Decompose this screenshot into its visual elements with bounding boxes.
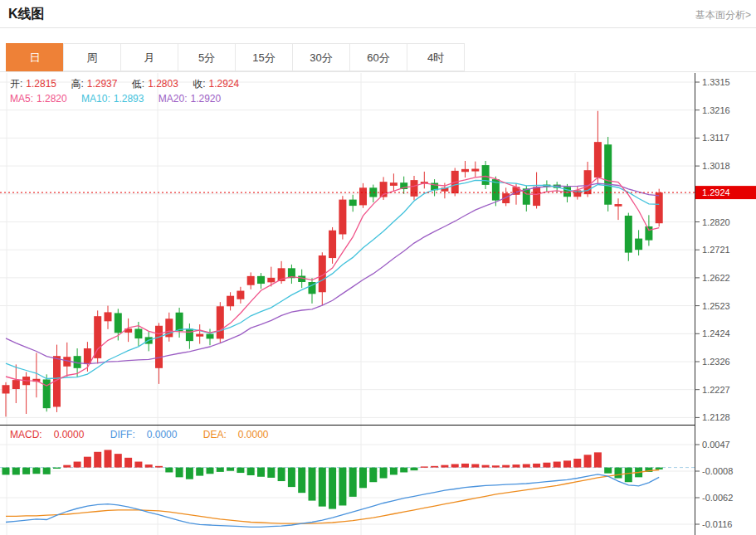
- price-axis-labels: 1.33151.32161.31171.30181.28201.27211.26…: [695, 77, 730, 422]
- tabs-underline: [0, 71, 756, 72]
- macd-chart[interactable]: 0.0047-0.0008-0.0062-0.0116: [0, 425, 756, 535]
- main-gridlines: [0, 73, 695, 425]
- macd-axis-labels: 0.0047-0.0008-0.0062-0.0116: [695, 440, 733, 529]
- tab-60分[interactable]: 60分: [349, 43, 407, 71]
- candles-group: [2, 111, 663, 417]
- kline-page: K线图 基本面分析> 日周月5分15分30分60分4时 开:1.2815 高:1…: [0, 0, 756, 535]
- svg-text:1.2721: 1.2721: [702, 245, 730, 255]
- svg-text:-0.0008: -0.0008: [702, 466, 733, 476]
- svg-text:1.3315: 1.3315: [702, 77, 730, 87]
- page-header: K线图 基本面分析>: [0, 0, 756, 28]
- tab-月[interactable]: 月: [120, 43, 178, 71]
- svg-text:1.3216: 1.3216: [702, 105, 730, 115]
- svg-text:1.2622: 1.2622: [702, 273, 730, 283]
- svg-text:0.0047: 0.0047: [702, 440, 730, 450]
- tab-15分[interactable]: 15分: [235, 43, 293, 71]
- svg-text:1.2523: 1.2523: [702, 301, 730, 311]
- macd-bars: [2, 450, 663, 508]
- tab-5分[interactable]: 5分: [178, 43, 236, 71]
- macd-gridlines: [0, 426, 695, 535]
- svg-text:-0.0116: -0.0116: [702, 519, 733, 529]
- svg-text:1.2924: 1.2924: [702, 187, 730, 197]
- svg-text:1.3117: 1.3117: [702, 133, 729, 143]
- svg-text:1.2326: 1.2326: [702, 357, 730, 367]
- ma5-line: [6, 177, 659, 387]
- tab-4时[interactable]: 4时: [407, 43, 465, 71]
- svg-text:1.2820: 1.2820: [702, 217, 730, 227]
- svg-text:1.2128: 1.2128: [702, 412, 730, 422]
- svg-text:1.3018: 1.3018: [702, 161, 730, 171]
- tab-30分[interactable]: 30分: [292, 43, 350, 71]
- ma10-line: [6, 180, 659, 378]
- page-title: K线图: [8, 6, 45, 23]
- candlestick-chart[interactable]: 1.33151.32161.31171.30181.28201.27211.26…: [0, 73, 756, 425]
- svg-text:1.2424: 1.2424: [702, 328, 730, 338]
- svg-text:-0.0062: -0.0062: [702, 493, 733, 503]
- tab-日[interactable]: 日: [6, 43, 64, 71]
- tab-周[interactable]: 周: [63, 43, 121, 71]
- fundamental-analysis-link[interactable]: 基本面分析>: [695, 8, 751, 22]
- period-tabs: 日周月5分15分30分60分4时: [7, 43, 465, 71]
- last-price-tag: 1.2924: [695, 186, 756, 199]
- svg-text:1.2227: 1.2227: [702, 385, 730, 395]
